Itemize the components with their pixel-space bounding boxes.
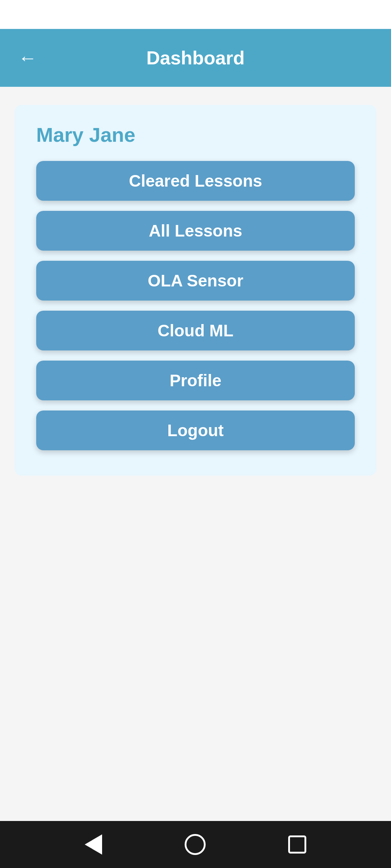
all-lessons-label: All Lessons <box>149 221 242 241</box>
header: ← Dashboard <box>0 29 391 87</box>
main-content: Mary Jane Cleared Lessons All Lessons OL… <box>0 87 391 821</box>
nav-back-button[interactable] <box>85 834 102 855</box>
cloud-ml-label: Cloud ML <box>157 321 234 340</box>
home-nav-icon <box>185 834 206 855</box>
all-lessons-button[interactable]: All Lessons <box>36 211 355 251</box>
logout-label: Logout <box>167 421 224 440</box>
profile-button[interactable]: Profile <box>36 361 355 400</box>
user-name: Mary Jane <box>36 123 355 146</box>
recent-nav-icon <box>288 835 306 854</box>
ola-sensor-label: OLA Sensor <box>148 271 243 290</box>
back-icon: ← <box>18 48 37 67</box>
page-title: Dashboard <box>18 47 373 69</box>
nav-recent-button[interactable] <box>288 835 306 854</box>
cleared-lessons-button[interactable]: Cleared Lessons <box>36 161 355 201</box>
dashboard-card: Mary Jane Cleared Lessons All Lessons OL… <box>14 105 377 476</box>
logout-button[interactable]: Logout <box>36 410 355 450</box>
bottom-nav-bar <box>0 821 391 868</box>
nav-home-button[interactable] <box>185 834 206 855</box>
cloud-ml-button[interactable]: Cloud ML <box>36 311 355 350</box>
profile-label: Profile <box>169 371 221 390</box>
ola-sensor-button[interactable]: OLA Sensor <box>36 261 355 301</box>
status-bar <box>0 0 391 29</box>
back-button[interactable]: ← <box>18 48 37 67</box>
cleared-lessons-label: Cleared Lessons <box>129 171 262 191</box>
back-nav-icon <box>85 834 102 855</box>
